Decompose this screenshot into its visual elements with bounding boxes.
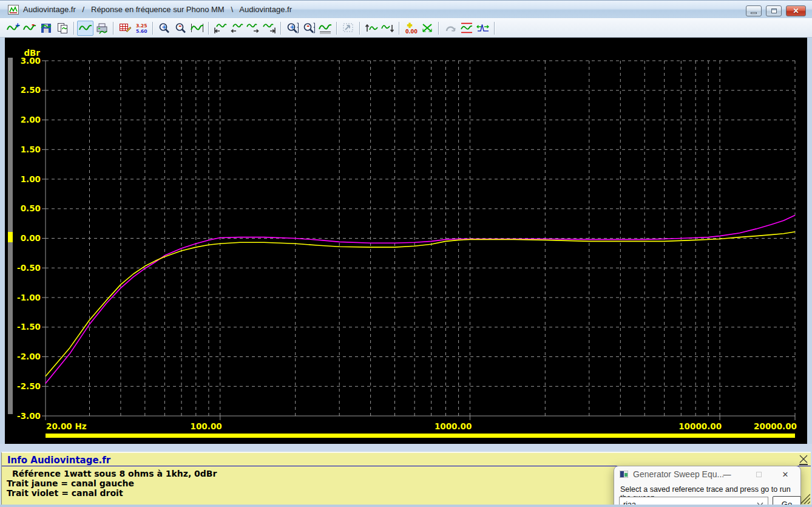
limit-lines-button[interactable]: [458, 21, 475, 36]
dialog-maximize-icon: [756, 472, 762, 477]
last-record-button[interactable]: [261, 21, 277, 36]
go-first-icon: [214, 22, 227, 34]
svg-text:-: -: [32, 22, 35, 29]
zoomy-out-icon: -: [302, 22, 316, 34]
zoom-y-in-button[interactable]: +: [284, 21, 300, 36]
toolbar-separator: [359, 22, 360, 35]
display-graph-button[interactable]: [77, 21, 93, 36]
info-line-reference: Référence 1watt sous 8 ohms à 1khz, 0dBr: [12, 469, 217, 478]
cursor-measure-button[interactable]: [475, 21, 491, 36]
go-next-icon: [246, 22, 260, 34]
toolbar-separator: [399, 22, 399, 35]
y-axis-tick-label: 0.50: [21, 203, 41, 213]
toolbar-separator: [152, 22, 153, 35]
y-axis-tick-label: 1.00: [21, 174, 41, 184]
minimize-icon: [751, 12, 757, 14]
close-button[interactable]: ✕: [786, 5, 806, 16]
toolbar: +-3.255.60+-+-0.00: [0, 18, 812, 38]
info-panel-minimize-icon[interactable]: [799, 464, 808, 465]
wave-box-icon: [191, 22, 204, 34]
dialog-minimize-button[interactable]: —: [721, 469, 733, 480]
go-prev-icon: [230, 22, 243, 34]
lower-area: Info Audiovintage.fr Référence 1watt sou…: [0, 444, 812, 507]
y-axis-tick-label: -2.50: [17, 381, 41, 391]
dialog-maximize-button[interactable]: [753, 469, 765, 480]
zoom-out-icon: -: [174, 22, 188, 34]
info-panel-title: Info Audiovintage.fr: [7, 455, 110, 466]
zoom-x-out-button[interactable]: -: [172, 21, 189, 36]
zero-offset-button[interactable]: 0.00: [402, 21, 419, 36]
svg-text:+: +: [161, 24, 166, 30]
shift-up-button[interactable]: [363, 21, 379, 36]
sweep-progress-bar: [46, 434, 795, 438]
chart-panel: 3.002.502.001.501.000.500.00-0.50-1.00-1…: [5, 38, 807, 444]
toolbar-separator: [336, 22, 337, 35]
first-record-button[interactable]: [212, 21, 228, 36]
toolbar-separator: [280, 22, 281, 35]
dialog-close-button[interactable]: ✕: [779, 469, 791, 480]
info-line-left-channel: Trait jaune = canal gauche: [7, 478, 134, 488]
zoom-y-out-button[interactable]: -: [300, 21, 317, 36]
svg-text:+: +: [289, 24, 294, 30]
wave-down-icon: [381, 22, 394, 34]
restore-button[interactable]: [766, 5, 782, 16]
next-record-button[interactable]: [245, 21, 261, 36]
full-scale-x-button[interactable]: [189, 21, 205, 36]
trace-canal-gauche: [46, 232, 795, 376]
minimize-button[interactable]: [746, 5, 762, 16]
save-trace-button[interactable]: [38, 21, 54, 36]
svg-text:0.00: 0.00: [405, 29, 418, 34]
wave-minus-icon: -: [23, 22, 36, 34]
y-axis-tick-label: -1.50: [17, 322, 41, 332]
show-values-button[interactable]: 3.255.60: [133, 21, 149, 36]
undo-gray-icon: [444, 22, 457, 34]
save-icon: [39, 22, 53, 34]
info-panel: Info Audiovintage.fr Référence 1watt sou…: [1, 452, 811, 505]
info-panel-close-icon[interactable]: [799, 454, 808, 464]
toolbar-separator: [73, 22, 74, 35]
edit-table-button[interactable]: [117, 21, 133, 36]
y-axis-tick-label: 1.50: [21, 145, 41, 154]
zoomy-in-icon: +: [286, 22, 299, 34]
dialog-title-bar[interactable]: Generator Sweep Equ... — ✕: [614, 466, 800, 482]
close-icon: ✕: [793, 7, 799, 15]
autoscale-y-button[interactable]: [317, 21, 333, 36]
print-icon: [95, 22, 109, 34]
zoom-in-icon: +: [158, 22, 171, 34]
info-line-right-channel: Trait violet = canal droit: [7, 488, 123, 498]
copy-trace-button[interactable]: [54, 21, 70, 36]
generator-sweep-dialog: Generator Sweep Equ... — ✕ Select a save…: [614, 466, 801, 507]
x-axis-tick-label: 1000.00: [435, 421, 472, 431]
y-axis-tick-label: 2.00: [21, 115, 41, 124]
title-bar[interactable]: Audiovintage.fr / Réponse en fréquence s…: [0, 0, 812, 18]
edit-points-button: [340, 21, 356, 36]
shift-down-button[interactable]: [379, 21, 396, 36]
toolbar-separator: [438, 22, 439, 35]
window-title: Audiovintage.fr / Réponse en fréquence s…: [23, 5, 292, 14]
y-axis-title: dBr: [24, 48, 40, 58]
splice-icon: [421, 22, 434, 34]
toolbar-separator: [113, 22, 113, 35]
svg-text:+: +: [15, 22, 20, 29]
tool-gray-icon: [342, 22, 355, 34]
y-axis-tick-label: -1.00: [17, 293, 41, 302]
print-graph-button[interactable]: [93, 21, 110, 36]
application-window: Audiovintage.fr / Réponse en fréquence s…: [0, 0, 812, 507]
zoom-x-in-button[interactable]: +: [156, 21, 172, 36]
plus-000-icon: 0.00: [404, 22, 418, 34]
subtract-trace-button[interactable]: -: [21, 21, 38, 36]
x-axis-tick-label: 10000.00: [678, 421, 722, 431]
y-axis-tick-label: 2.50: [21, 85, 41, 95]
svg-text:-: -: [306, 22, 310, 30]
restore-icon: [771, 9, 777, 13]
y-axis-tick-label: -2.00: [17, 352, 41, 361]
splice-button[interactable]: [419, 21, 435, 36]
add-trace-button[interactable]: +: [5, 21, 21, 36]
previous-record-button[interactable]: [228, 21, 245, 36]
window-bottom-border: [0, 505, 812, 507]
copy-icon: [56, 22, 69, 34]
svg-text:5.60: 5.60: [136, 29, 147, 34]
chart-svg: 3.002.502.001.501.000.500.00-0.50-1.00-1…: [5, 38, 807, 444]
wave-icon: [79, 22, 92, 34]
toolbar-separator: [494, 22, 495, 35]
